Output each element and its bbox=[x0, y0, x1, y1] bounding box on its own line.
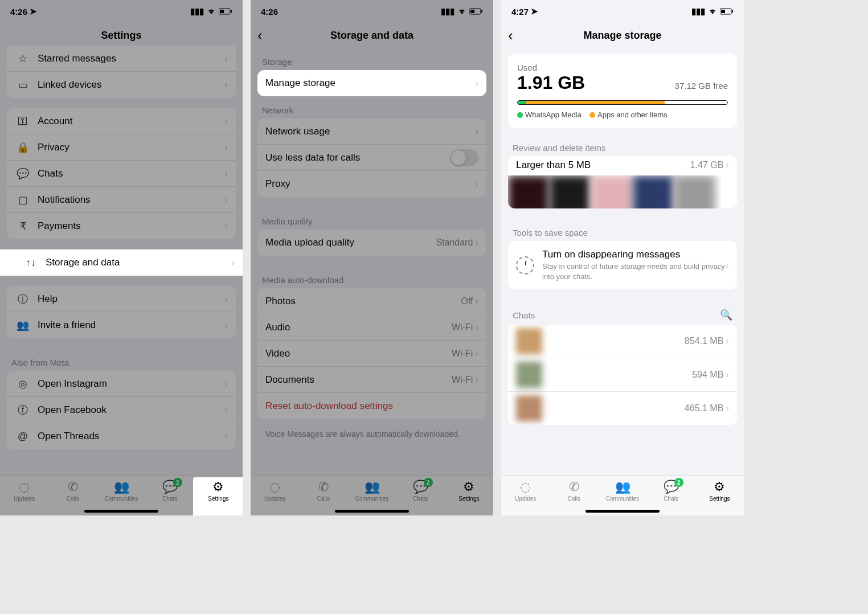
chevron-right-icon: › bbox=[224, 293, 228, 305]
legend-dot-whatsapp bbox=[517, 112, 523, 118]
wifi-icon bbox=[708, 8, 717, 15]
signal-icon: ▮▮▮ bbox=[190, 6, 204, 17]
chevron-right-icon: › bbox=[475, 322, 478, 333]
tab-settings[interactable]: ⚙Settings bbox=[695, 480, 744, 515]
storage-summary-card: Used 1.91 GB 37.12 GB free WhatsApp Medi… bbox=[508, 54, 737, 128]
row-audio[interactable]: AudioWi-Fi› bbox=[257, 314, 486, 341]
tab-updates[interactable]: ◌Updates bbox=[251, 480, 299, 515]
chevron-right-icon: › bbox=[224, 142, 228, 153]
chevron-right-icon: › bbox=[475, 178, 478, 190]
search-icon[interactable]: 🔍 bbox=[720, 309, 732, 321]
row-storage-data[interactable]: ↑↓ Storage and data › bbox=[0, 249, 243, 276]
calls-icon: ✆ bbox=[569, 480, 579, 494]
tools-heading: Tools to save space bbox=[501, 219, 744, 241]
chevron-right-icon: › bbox=[726, 159, 729, 171]
svg-rect-7 bbox=[721, 10, 725, 13]
chats-icon: 💬2 bbox=[413, 480, 428, 494]
media-thumbnails bbox=[508, 175, 721, 208]
svg-rect-2 bbox=[231, 10, 232, 13]
row-facebook[interactable]: ⓕOpen Facebook› bbox=[7, 397, 236, 423]
row-upload-quality[interactable]: Media upload qualityStandard› bbox=[257, 230, 486, 256]
row-starred[interactable]: ☆ Starred messages › bbox=[7, 46, 236, 72]
lock-icon: 🔒 bbox=[15, 141, 31, 154]
review-heading: Review and delete items bbox=[501, 134, 744, 156]
people-icon: 👥 bbox=[15, 319, 31, 331]
updates-icon: ◌ bbox=[269, 480, 280, 494]
row-notifications[interactable]: ▢Notifications› bbox=[7, 187, 236, 213]
less-data-toggle[interactable] bbox=[450, 149, 478, 166]
chat-storage-row[interactable]: 465.1 MB › bbox=[508, 392, 737, 425]
seg-whatsapp bbox=[518, 101, 526, 104]
status-bar: 4:26 ➤ ▮▮▮ bbox=[0, 0, 243, 23]
row-linked[interactable]: ▭ Linked devices › bbox=[7, 72, 236, 98]
notification-icon: ▢ bbox=[15, 194, 31, 206]
row-documents[interactable]: DocumentsWi-Fi› bbox=[257, 367, 486, 393]
threads-icon: @ bbox=[15, 431, 31, 443]
chat-storage-row[interactable]: 854.1 MB › bbox=[508, 325, 737, 358]
chevron-right-icon: › bbox=[224, 220, 228, 232]
arrows-updown-icon: ↑↓ bbox=[23, 257, 39, 269]
chevron-right-icon: › bbox=[475, 296, 478, 307]
row-video[interactable]: VideoWi-Fi› bbox=[257, 341, 486, 367]
calls-icon: ✆ bbox=[68, 480, 78, 494]
payments-icon: ₹ bbox=[15, 220, 31, 232]
row-privacy[interactable]: 🔒Privacy› bbox=[7, 134, 236, 161]
svg-rect-8 bbox=[732, 10, 733, 13]
row-threads[interactable]: @Open Threads› bbox=[7, 423, 236, 449]
row-disappearing[interactable]: Turn on disappearing messages Stay in co… bbox=[508, 241, 737, 289]
key-icon: ⚿ bbox=[15, 115, 31, 127]
seg-free bbox=[665, 101, 727, 104]
chat-storage-row[interactable]: 594 MB › bbox=[508, 358, 737, 392]
chevron-right-icon: › bbox=[224, 116, 228, 127]
row-proxy[interactable]: Proxy› bbox=[257, 171, 486, 197]
row-reset-autodownload[interactable]: Reset auto-download settings bbox=[257, 393, 486, 419]
page-title: Manage storage bbox=[501, 30, 744, 42]
disappearing-title: Turn on disappearing messages bbox=[542, 249, 726, 260]
home-indicator bbox=[84, 510, 158, 513]
chevron-right-icon: › bbox=[224, 194, 228, 206]
tab-updates[interactable]: ◌Updates bbox=[0, 480, 48, 515]
battery-icon bbox=[469, 8, 483, 15]
free-value: 37.12 GB free bbox=[675, 81, 728, 91]
updates-icon: ◌ bbox=[520, 480, 531, 494]
tab-updates[interactable]: ◌Updates bbox=[501, 480, 550, 515]
row-account[interactable]: ⚿Account› bbox=[7, 108, 236, 134]
signal-icon: ▮▮▮ bbox=[441, 6, 455, 17]
row-help[interactable]: ⓘHelp› bbox=[7, 286, 236, 312]
section-storage: Storage bbox=[251, 48, 493, 70]
communities-icon: 👥 bbox=[615, 480, 630, 494]
wifi-icon bbox=[457, 8, 466, 15]
svg-rect-1 bbox=[220, 10, 224, 13]
row-manage-storage[interactable]: Manage storage › bbox=[257, 70, 486, 96]
chevron-right-icon: › bbox=[475, 126, 478, 137]
chevron-right-icon: › bbox=[726, 403, 729, 414]
row-network-usage[interactable]: Network usage› bbox=[257, 118, 486, 145]
chevron-right-icon: › bbox=[224, 79, 228, 91]
storage-legend: WhatsApp Media Apps and other items bbox=[517, 110, 728, 119]
row-less-data[interactable]: Use less data for calls bbox=[257, 145, 486, 171]
legend-dot-apps bbox=[589, 112, 595, 118]
chevron-right-icon: › bbox=[475, 374, 478, 386]
row-larger-than-5mb[interactable]: Larger than 5 MB 1.47 GB › bbox=[508, 156, 737, 208]
section-network: Network bbox=[251, 96, 493, 118]
tab-settings[interactable]: ⚙Settings bbox=[445, 480, 493, 515]
gear-icon: ⚙ bbox=[714, 480, 725, 494]
row-instagram[interactable]: ◎Open Instagram› bbox=[7, 371, 236, 397]
also-from-meta-heading: Also from Meta bbox=[0, 349, 243, 371]
disappearing-icon bbox=[516, 256, 534, 275]
row-invite[interactable]: 👥Invite a friend› bbox=[7, 312, 236, 338]
chats-icon: 💬2 bbox=[664, 480, 679, 494]
row-photos[interactable]: PhotosOff› bbox=[257, 288, 486, 314]
status-bar: 4:27 ➤ ▮▮▮ bbox=[501, 0, 744, 23]
chevron-right-icon: › bbox=[224, 404, 228, 416]
row-payments[interactable]: ₹Payments› bbox=[7, 213, 236, 239]
row-chats[interactable]: 💬Chats› bbox=[7, 161, 236, 187]
communities-icon: 👥 bbox=[114, 480, 129, 494]
chat-avatar bbox=[516, 362, 542, 388]
tab-settings[interactable]: ⚙Settings bbox=[193, 477, 243, 515]
section-media-auto: Media auto-download bbox=[251, 266, 493, 288]
chevron-right-icon: › bbox=[224, 320, 228, 331]
section-media-quality: Media quality bbox=[251, 207, 493, 230]
location-icon: ➤ bbox=[30, 6, 37, 17]
home-indicator bbox=[586, 510, 660, 513]
